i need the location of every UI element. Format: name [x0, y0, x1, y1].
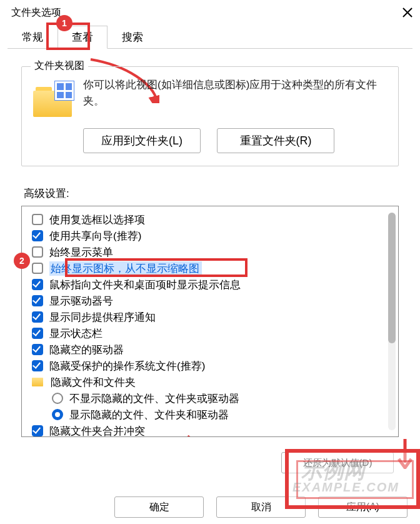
folder-icon — [32, 378, 43, 386]
apply-to-folders-button[interactable]: 应用到文件夹(L) — [83, 128, 201, 153]
radio-checked-icon — [52, 409, 63, 420]
opt-hide-empty-drives[interactable]: 隐藏空的驱动器 — [32, 341, 389, 358]
opt-dont-show-hidden[interactable]: 不显示隐藏的文件、文件夹或驱动器 — [52, 390, 389, 406]
advanced-settings-label: 高级设置: — [24, 186, 399, 201]
opt-hide-merge-conflict[interactable]: 隐藏文件夹合并冲突 — [32, 423, 389, 437]
opt-show-status-bar[interactable]: 显示状态栏 — [32, 325, 389, 341]
opt-use-checkboxes[interactable]: 使用复选框以选择项 — [32, 211, 389, 228]
opt-always-show-menus[interactable]: 始终显示菜单 — [32, 244, 389, 260]
checkbox-checked-icon — [32, 344, 43, 355]
checkbox-icon — [32, 246, 43, 258]
checkbox-checked-icon — [32, 279, 43, 290]
opt-show-drive-letters[interactable]: 显示驱动器号 — [32, 293, 389, 309]
close-icon[interactable] — [401, 6, 414, 19]
tab-search[interactable]: 搜索 — [108, 26, 158, 49]
apply-button[interactable]: 应用(A) — [318, 496, 408, 518]
radio-icon — [52, 393, 63, 404]
checkbox-checked-icon — [32, 295, 43, 306]
checkbox-checked-icon — [32, 360, 43, 371]
restore-defaults-button[interactable]: 还原为默认值(D) — [281, 452, 394, 473]
cancel-button[interactable]: 取消 — [216, 496, 306, 518]
checkbox-checked-icon — [32, 425, 43, 436]
scrollbar[interactable] — [388, 213, 396, 430]
checkbox-icon — [32, 263, 43, 274]
ok-button[interactable]: 确定 — [114, 496, 204, 518]
folder-views-desc: 你可以将此视图(如详细信息或图标)应用于这种类型的所有文件夹。 — [83, 77, 387, 118]
opt-sharing-wizard[interactable]: 使用共享向导(推荐) — [32, 228, 389, 244]
checkbox-checked-icon — [32, 328, 43, 339]
opt-hidden-files-group[interactable]: 隐藏文件和文件夹 — [32, 374, 389, 390]
opt-show-tooltips[interactable]: 鼠标指向文件夹和桌面项时显示提示信息 — [32, 276, 389, 293]
opt-always-icons[interactable]: 始终显示图标，从不显示缩略图 — [32, 260, 389, 276]
scrollbar-thumb[interactable] — [388, 213, 396, 343]
opt-show-hidden[interactable]: 显示隐藏的文件、文件夹和驱动器 — [52, 406, 389, 423]
opt-show-sync-notifs[interactable]: 显示同步提供程序通知 — [32, 309, 389, 325]
checkbox-icon — [32, 214, 43, 225]
folder-views-legend: 文件夹视图 — [31, 59, 88, 73]
tab-view[interactable]: 查看 — [58, 26, 108, 49]
tab-bar: 常规 查看 搜索 — [8, 25, 412, 49]
tab-general[interactable]: 常规 — [8, 26, 58, 49]
window-title: 文件夹选项 — [11, 6, 61, 19]
advanced-settings-list: 使用复选框以选择项 使用共享向导(推荐) 始终显示菜单 始终显示图标，从不显示缩… — [21, 206, 399, 437]
checkbox-checked-icon — [32, 230, 43, 241]
folder-views-group: 文件夹视图 你可以将此视图(如详细信息或图标)应用于这种类型的所有文件夹。 应用… — [21, 66, 399, 166]
checkbox-checked-icon — [32, 311, 43, 323]
folder-views-icon — [33, 83, 72, 118]
opt-hide-protected-os[interactable]: 隐藏受保护的操作系统文件(推荐) — [32, 358, 389, 374]
reset-folders-button[interactable]: 重置文件夹(R) — [217, 128, 334, 153]
